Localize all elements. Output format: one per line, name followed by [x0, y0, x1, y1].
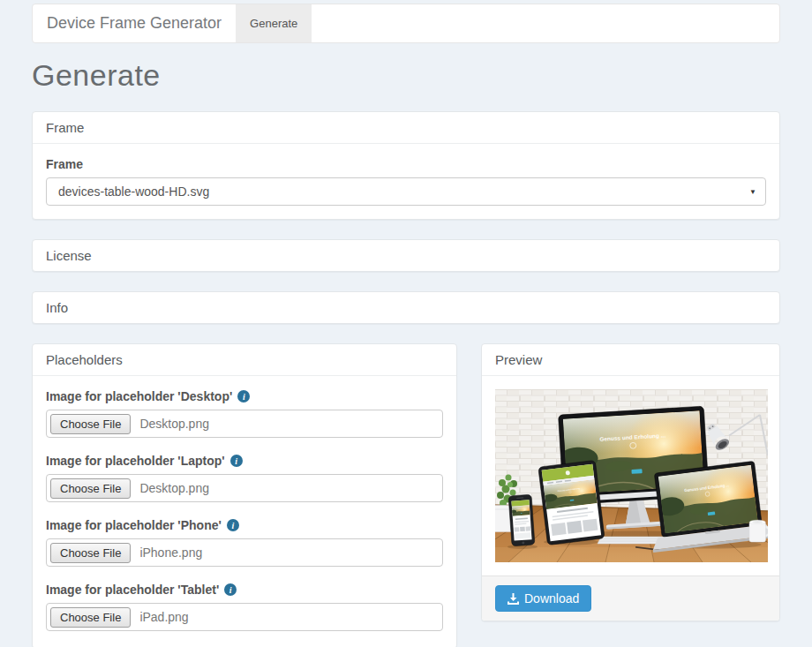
- placeholder-field-laptop: Image for placeholder 'Laptop' i Choose …: [46, 454, 443, 502]
- frame-panel: Frame Frame devices-table-wood-HD.svg ▼: [32, 111, 780, 220]
- frame-select[interactable]: devices-table-wood-HD.svg ▼: [46, 177, 766, 206]
- download-button[interactable]: Download: [495, 585, 591, 612]
- placeholder-field-tablet: Image for placeholder 'Tablet' i Choose …: [46, 583, 443, 631]
- frame-select-label: Frame: [46, 157, 766, 171]
- placeholders-panel-body: Image for placeholder 'Desktop' i Choose…: [33, 376, 456, 647]
- file-name: iPad.png: [139, 610, 188, 624]
- placeholder-label: Image for placeholder 'Desktop' i: [46, 389, 443, 403]
- preview-phone: [508, 494, 535, 546]
- choose-file-button[interactable]: Choose File: [50, 478, 131, 499]
- file-name: Desktop.png: [139, 417, 209, 431]
- preview-panel: Preview: [481, 343, 780, 621]
- file-input-laptop[interactable]: Choose File Desktop.png: [46, 474, 443, 502]
- placeholder-field-phone: Image for placeholder 'Phone' i Choose F…: [46, 518, 443, 567]
- placeholders-panel: Placeholders Image for placeholder 'Desk…: [32, 343, 457, 647]
- frame-panel-body: Frame devices-table-wood-HD.svg ▼: [33, 144, 779, 219]
- license-panel-toggle[interactable]: License: [33, 240, 779, 271]
- page-container: Device Frame Generator Generate Generate…: [32, 0, 780, 647]
- preview-panel-body: Genuss und Erholung ...: [482, 376, 779, 576]
- choose-file-button[interactable]: Choose File: [50, 414, 131, 434]
- content-row: Placeholders Image for placeholder 'Desk…: [32, 343, 780, 647]
- download-icon: [508, 593, 519, 605]
- placeholder-label-text: Image for placeholder 'Phone': [46, 518, 222, 532]
- info-panel-toggle[interactable]: Info: [33, 292, 779, 323]
- placeholder-label-text: Image for placeholder 'Laptop': [46, 454, 225, 468]
- info-circle-icon[interactable]: i: [230, 455, 243, 467]
- tab-generate[interactable]: Generate: [236, 4, 312, 42]
- download-button-label: Download: [524, 591, 579, 606]
- info-panel: Info: [32, 291, 780, 324]
- choose-file-button[interactable]: Choose File: [50, 607, 131, 628]
- file-name: Desktop.png: [139, 481, 209, 495]
- navbar-brand[interactable]: Device Frame Generator: [33, 4, 236, 42]
- preview-image: Genuss und Erholung ...: [495, 389, 768, 562]
- info-circle-icon[interactable]: i: [227, 519, 239, 531]
- right-column: Preview: [481, 343, 780, 641]
- choose-file-button[interactable]: Choose File: [50, 543, 131, 563]
- left-column: Placeholders Image for placeholder 'Desk…: [32, 343, 457, 647]
- preview-panel-title: Preview: [482, 344, 779, 376]
- file-input-phone[interactable]: Choose File iPhone.png: [46, 538, 443, 567]
- frame-panel-title: Frame: [33, 112, 779, 144]
- placeholder-label-text: Image for placeholder 'Tablet': [46, 583, 219, 597]
- placeholder-label: Image for placeholder 'Laptop' i: [46, 454, 443, 468]
- navbar: Device Frame Generator Generate: [32, 4, 780, 43]
- info-circle-icon[interactable]: i: [224, 583, 237, 596]
- placeholder-label-text: Image for placeholder 'Desktop': [46, 389, 232, 403]
- frame-select-value: devices-table-wood-HD.svg: [58, 184, 209, 199]
- preview-tablet: [538, 460, 605, 545]
- file-name: iPhone.png: [139, 545, 202, 560]
- file-input-desktop[interactable]: Choose File Desktop.png: [46, 410, 443, 438]
- preview-panel-footer: Download: [482, 576, 779, 621]
- coffee-mug: [749, 520, 768, 542]
- info-circle-icon[interactable]: i: [237, 390, 250, 402]
- placeholder-field-desktop: Image for placeholder 'Desktop' i Choose…: [46, 389, 443, 438]
- file-input-tablet[interactable]: Choose File iPad.png: [46, 603, 443, 631]
- placeholders-panel-title: Placeholders: [33, 344, 456, 376]
- chevron-down-icon: ▼: [749, 188, 756, 196]
- license-panel: License: [32, 239, 780, 272]
- page-title: Generate: [32, 58, 780, 93]
- placeholder-label: Image for placeholder 'Phone' i: [46, 518, 443, 532]
- placeholder-label: Image for placeholder 'Tablet' i: [46, 583, 443, 597]
